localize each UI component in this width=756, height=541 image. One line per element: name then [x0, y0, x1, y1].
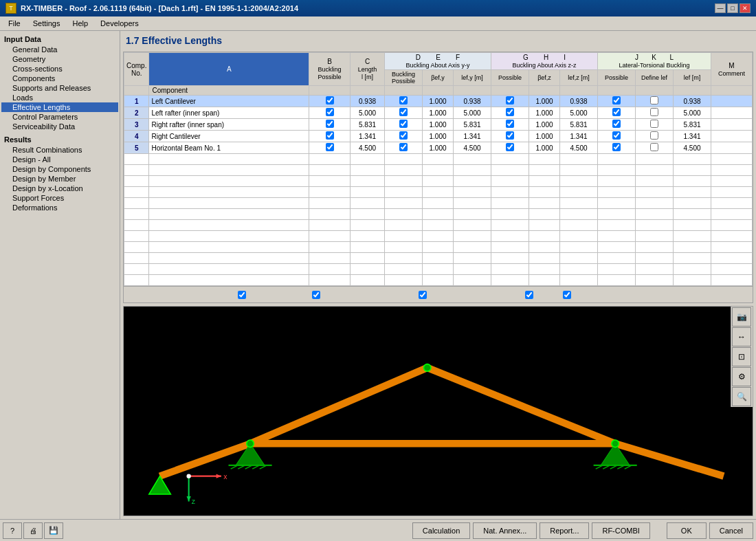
maximize-button[interactable]: □ — [727, 3, 738, 13]
viz-search-button[interactable]: 🔍 — [732, 387, 751, 406]
sidebar-item-result-combinations[interactable]: Result Combinations — [1, 145, 118, 155]
svg-text:z: z — [192, 497, 195, 505]
table-row[interactable]: 2 Left rafter (inner span) 5.000 1.000 5… — [124, 107, 753, 119]
row-b-check[interactable] — [309, 142, 351, 154]
content-area: 1.7 Effective Lengths Comp.No. A BBuckli… — [120, 31, 756, 519]
viz-view-button[interactable]: ⊡ — [732, 347, 751, 366]
row-h-value: 1.000 — [529, 107, 560, 119]
col-zz-group-header: G H IBuckling About Axis z-z — [491, 53, 598, 70]
close-button[interactable]: ✕ — [740, 3, 751, 13]
row-d-check[interactable] — [385, 107, 423, 119]
table-row[interactable]: 4 Right Cantilever 1.341 1.000 1.341 1.0… — [124, 131, 753, 142]
col-a-header: A — [149, 53, 309, 86]
bulk-check-j[interactable] — [525, 291, 533, 299]
viz-camera-button[interactable]: 📷 — [732, 307, 751, 327]
row-d-check[interactable] — [385, 119, 423, 131]
minimize-button[interactable]: — — [715, 3, 726, 13]
row-k-check[interactable] — [636, 96, 674, 107]
row-component: Left Cantilever — [149, 96, 309, 107]
sidebar-item-geometry[interactable]: Geometry — [1, 54, 118, 64]
bulk-check-g[interactable] — [419, 291, 427, 299]
col-d-sub — [385, 86, 423, 96]
row-j-check[interactable] — [598, 142, 636, 154]
row-g-check[interactable] — [491, 142, 529, 154]
svg-point-21 — [247, 440, 254, 448]
row-h-value: 1.000 — [529, 96, 560, 107]
sidebar-item-design-location[interactable]: Design by x-Location — [1, 184, 118, 193]
row-k-check[interactable] — [636, 142, 674, 154]
sidebar-item-support-forces[interactable]: Support Forces — [1, 193, 118, 203]
row-b-check[interactable] — [309, 119, 351, 131]
sidebar-item-effective-lengths[interactable]: Effective Lengths — [1, 102, 118, 112]
row-j-check[interactable] — [598, 107, 636, 119]
report-button[interactable]: Report... — [540, 522, 589, 539]
status-left: ? 🖨 💾 — [3, 522, 63, 539]
sidebar-item-design-all[interactable]: Design - All — [1, 155, 118, 164]
bulk-check-d[interactable] — [312, 291, 320, 299]
sidebar-item-design-components[interactable]: Design by Components — [1, 164, 118, 174]
row-b-check[interactable] — [309, 107, 351, 119]
print-button[interactable]: 🖨 — [23, 522, 43, 539]
col-m-sub — [711, 86, 753, 96]
row-c-value: 5.831 — [351, 119, 385, 131]
row-h-value: 1.000 — [529, 119, 560, 131]
row-b-check[interactable] — [309, 96, 351, 107]
table-row[interactable]: 3 Right rafter (inner span) 5.831 1.000 … — [124, 119, 753, 131]
viz-zoom-button[interactable]: ↔ — [732, 327, 751, 346]
row-d-check[interactable] — [385, 96, 423, 107]
row-m-value — [711, 96, 753, 107]
row-number: 2 — [124, 107, 149, 119]
row-d-check[interactable] — [385, 142, 423, 154]
table-row-empty — [124, 187, 753, 198]
row-b-check[interactable] — [309, 131, 351, 142]
sidebar-item-serviceability[interactable]: Serviceability Data — [1, 122, 118, 131]
row-c-value: 1.341 — [351, 131, 385, 142]
menu-developers[interactable]: Developers — [95, 18, 144, 29]
sidebar-item-supports-releases[interactable]: Supports and Releases — [1, 83, 118, 93]
sidebar-item-loads[interactable]: Loads — [1, 93, 118, 102]
row-d-check[interactable] — [385, 131, 423, 142]
row-g-check[interactable] — [491, 119, 529, 131]
table-row[interactable]: 5 Horizontal Beam No. 1 4.500 1.000 4.50… — [124, 142, 753, 154]
row-k-check[interactable] — [636, 131, 674, 142]
table-row[interactable]: 1 Left Cantilever 0.938 1.000 0.938 1.00… — [124, 96, 753, 107]
sidebar-item-control-params[interactable]: Control Parameters — [1, 112, 118, 122]
menu-file[interactable]: File — [3, 18, 26, 29]
col-l-sub — [674, 86, 711, 96]
viz-settings-button[interactable]: ⚙ — [732, 367, 751, 386]
row-f-value: 5.000 — [454, 107, 491, 119]
row-g-check[interactable] — [491, 131, 529, 142]
row-g-check[interactable] — [491, 107, 529, 119]
rf-combi-button[interactable]: RF-COMBI — [592, 522, 649, 539]
sidebar-item-cross-sections[interactable]: Cross-sections — [1, 64, 118, 74]
row-k-check[interactable] — [636, 107, 674, 119]
help-button[interactable]: ? — [3, 522, 22, 539]
table-container: Comp.No. A BBucklingPossible CLengthl [m… — [123, 52, 753, 287]
cancel-button[interactable]: Cancel — [709, 522, 753, 539]
col-k-sub — [636, 86, 674, 96]
bulk-check-b[interactable] — [238, 291, 246, 299]
viz-toolbar: 📷 ↔ ⊡ ⚙ 🔍 — [731, 307, 753, 407]
row-j-check[interactable] — [598, 131, 636, 142]
svg-point-30 — [187, 474, 191, 478]
svg-text:x: x — [223, 472, 227, 481]
ok-button[interactable]: OK — [667, 522, 707, 539]
sidebar-item-deformations[interactable]: Deformations — [1, 203, 118, 212]
menu-settings[interactable]: Settings — [27, 18, 66, 29]
calculation-button[interactable]: Calculation — [412, 522, 470, 539]
menu-help[interactable]: Help — [67, 18, 93, 29]
sidebar-item-components[interactable]: Components — [1, 74, 118, 83]
table-row-empty — [124, 242, 753, 253]
row-j-check[interactable] — [598, 119, 636, 131]
row-g-check[interactable] — [491, 96, 529, 107]
sidebar-item-design-member[interactable]: Design by Member — [1, 174, 118, 184]
row-m-value — [711, 119, 753, 131]
save-button[interactable]: 💾 — [44, 522, 63, 539]
svg-point-22 — [612, 440, 619, 448]
title-bar-text: RX-TIMBER - Roof - 2.06.1119 (64bit) - [… — [21, 4, 298, 12]
row-j-check[interactable] — [598, 96, 636, 107]
bulk-check-k[interactable] — [563, 291, 571, 299]
row-k-check[interactable] — [636, 119, 674, 131]
nat-annex-button[interactable]: Nat. Annex... — [473, 522, 537, 539]
sidebar-item-general-data[interactable]: General Data — [1, 45, 118, 54]
